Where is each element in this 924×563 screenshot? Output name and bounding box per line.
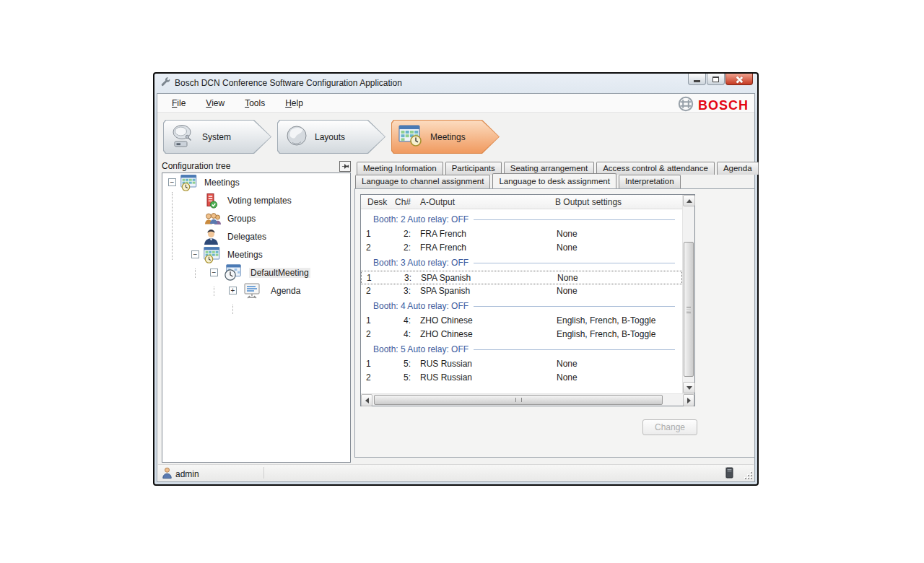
assignment-row[interactable]: 12:FRA FrenchNone bbox=[361, 227, 682, 241]
menu-view[interactable]: View bbox=[206, 98, 225, 108]
close-icon bbox=[736, 76, 743, 83]
booth-group-header: Booth: 5 Auto relay: OFF bbox=[361, 341, 682, 357]
assignment-row[interactable]: 15:RUS RussianNone bbox=[361, 357, 682, 371]
tree-item-agenda[interactable]: +Agenda bbox=[162, 282, 350, 300]
scroll-left-button[interactable] bbox=[361, 394, 372, 406]
b-output-cell: None bbox=[557, 273, 578, 283]
expander-plus-icon[interactable]: + bbox=[229, 287, 237, 294]
assignment-row[interactable]: 22:FRA FrenchNone bbox=[361, 241, 682, 255]
column-desk[interactable]: Desk bbox=[367, 197, 387, 207]
user-icon bbox=[162, 467, 172, 481]
column-b-output-settings[interactable]: B Output settings bbox=[555, 197, 622, 207]
expander-minus-icon[interactable]: − bbox=[210, 269, 218, 276]
a-output-cell: ZHO Chinese bbox=[420, 315, 473, 326]
status-separator bbox=[263, 467, 264, 479]
meeting-calendar-icon bbox=[204, 246, 223, 263]
tree-item-groups[interactable]: Groups bbox=[162, 209, 350, 227]
booth-header-text: Booth: 5 Auto relay: OFF bbox=[373, 344, 468, 354]
status-bar: admin bbox=[158, 464, 754, 481]
scroll-up-button[interactable] bbox=[683, 195, 695, 206]
assignment-row[interactable]: 23:SPA SpanishNone bbox=[361, 284, 682, 298]
a-output-cell: SPA Spanish bbox=[421, 273, 471, 283]
booth-header-rule bbox=[474, 219, 675, 220]
scroll-down-button[interactable] bbox=[683, 382, 695, 393]
change-button[interactable]: Change bbox=[642, 419, 697, 435]
assignment-row[interactable]: 13:SPA SpanishNone bbox=[361, 271, 682, 284]
b-output-cell: None bbox=[557, 359, 578, 369]
client-area: File View Tools Help BOSCH bbox=[157, 93, 755, 482]
tree-item-meetings[interactable]: −Meetings bbox=[162, 245, 350, 263]
channel-cell: 5: bbox=[383, 359, 411, 369]
a-output-cell: SPA Spanish bbox=[420, 286, 470, 296]
a-output-cell: FRA French bbox=[420, 229, 466, 239]
column-a-output[interactable]: A-Output bbox=[420, 197, 455, 207]
vertical-scroll-thumb[interactable] bbox=[684, 242, 694, 377]
tree-item-delegates[interactable]: Delegates bbox=[162, 227, 350, 245]
tree-item-meetings[interactable]: −Meetings bbox=[162, 173, 350, 191]
booth-group-header: Booth: 2 Auto relay: OFF bbox=[361, 211, 682, 227]
channel-cell: 3: bbox=[383, 286, 411, 296]
a-output-cell: RUS Russian bbox=[420, 359, 472, 369]
nav-step-meetings[interactable]: Meetings bbox=[391, 120, 500, 154]
minimize-button[interactable] bbox=[688, 74, 706, 85]
nav-step-label: Meetings bbox=[430, 132, 466, 142]
menu-tools[interactable]: Tools bbox=[245, 98, 265, 108]
pin-icon[interactable] bbox=[339, 161, 351, 172]
title-bar[interactable]: Bosch DCN Conference Software Configurat… bbox=[154, 74, 757, 92]
minimize-icon bbox=[694, 80, 700, 82]
menu-help[interactable]: Help bbox=[285, 98, 303, 108]
tree-connector bbox=[232, 305, 233, 314]
channel-cell: 2: bbox=[383, 243, 411, 253]
tab-meeting-information[interactable]: Meeting Information bbox=[357, 162, 443, 175]
resize-grip[interactable] bbox=[744, 471, 752, 479]
horizontal-scrollbar[interactable] bbox=[361, 393, 694, 406]
expander-minus-icon[interactable]: − bbox=[191, 250, 199, 258]
wrench-icon bbox=[160, 77, 170, 90]
tab-page-language-to-desk: Desk Ch# A-Output B Output settings Boot… bbox=[354, 188, 755, 458]
b-output-cell: None bbox=[557, 372, 578, 383]
channel-cell: 3: bbox=[383, 273, 411, 283]
horizontal-scroll-thumb[interactable] bbox=[374, 395, 663, 405]
tree-item-label: Voting templates bbox=[227, 196, 292, 206]
nav-step-system[interactable]: System bbox=[163, 120, 271, 154]
b-output-cell: None bbox=[557, 229, 578, 239]
tree-item-voting-templates[interactable]: Voting templates bbox=[162, 191, 350, 209]
tab-agenda[interactable]: Agenda bbox=[717, 162, 759, 175]
tab-language-to-channel-assignment[interactable]: Language to channel assignment bbox=[355, 175, 490, 188]
tree-item-label: DefaultMeeting bbox=[249, 268, 310, 278]
assignment-row[interactable]: 24:ZHO ChineseEnglish, French, B-Toggle bbox=[361, 328, 682, 341]
server-icon bbox=[725, 467, 733, 481]
booth-header-text: Booth: 4 Auto relay: OFF bbox=[373, 301, 468, 311]
menu-bar: File View Tools Help bbox=[157, 94, 754, 113]
scroll-right-button[interactable] bbox=[683, 394, 694, 406]
close-button[interactable] bbox=[725, 74, 753, 85]
assignment-row[interactable]: 25:RUS RussianNone bbox=[361, 371, 682, 385]
assignment-table-body: Booth: 2 Auto relay: OFF12:FRA FrenchNon… bbox=[361, 209, 682, 393]
desk-cell: 1 bbox=[367, 273, 372, 283]
vertical-scrollbar[interactable] bbox=[682, 195, 694, 393]
assignment-row[interactable]: 14:ZHO ChineseEnglish, French, B-Toggle bbox=[361, 314, 682, 328]
booth-header-text: Booth: 2 Auto relay: OFF bbox=[373, 214, 468, 224]
column-ch[interactable]: Ch# bbox=[395, 197, 411, 207]
tab-language-to-desk-assignment[interactable]: Language to desk assignment bbox=[492, 173, 616, 188]
tree-item-defaultmeeting[interactable]: −DefaultMeeting bbox=[162, 263, 350, 282]
channel-cell: 5: bbox=[383, 372, 411, 383]
a-output-cell: ZHO Chinese bbox=[420, 329, 473, 339]
configuration-tree: −MeetingsVoting templatesGroupsDelegates… bbox=[162, 173, 351, 463]
b-output-cell: None bbox=[557, 243, 578, 253]
bosch-armature-icon bbox=[678, 96, 694, 115]
menu-file[interactable]: File bbox=[172, 98, 186, 108]
nav-step-layouts[interactable]: Layouts bbox=[277, 120, 385, 154]
tab-interpretation[interactable]: Interpretation bbox=[619, 175, 681, 188]
nav-step-label: System bbox=[202, 132, 231, 142]
expander-minus-icon[interactable]: − bbox=[168, 178, 176, 186]
a-output-cell: RUS Russian bbox=[420, 372, 472, 383]
arrow-down-icon bbox=[687, 386, 692, 390]
nav-step-label: Layouts bbox=[315, 132, 345, 142]
window-title: Bosch DCN Conference Software Configurat… bbox=[175, 78, 402, 88]
logged-in-user: admin bbox=[175, 469, 199, 479]
maximize-button[interactable] bbox=[707, 74, 725, 85]
b-output-cell: None bbox=[557, 286, 578, 296]
desk-cell: 2 bbox=[366, 243, 371, 253]
tree-item-label: Meetings bbox=[204, 178, 240, 188]
